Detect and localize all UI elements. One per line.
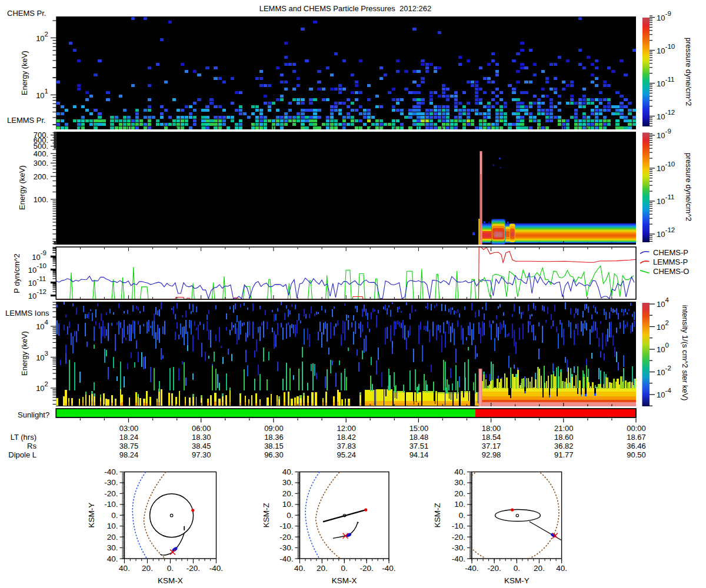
svg-text:-9: -9 [665,128,671,135]
svg-text:10: 10 [657,300,665,309]
svg-text:300.: 300. [34,159,48,168]
svg-text:-40.: -40. [104,467,118,476]
svg-text:20.: 20. [142,564,153,573]
svg-text:18.24: 18.24 [119,433,139,442]
svg-text:KSM-Y: KSM-Y [87,503,96,528]
svg-text:2: 2 [665,319,669,326]
svg-text:10: 10 [28,292,36,300]
svg-text:30.: 30. [107,543,118,552]
svg-text:Rs: Rs [27,442,36,450]
svg-text:21:00: 21:00 [554,424,574,433]
svg-text:10: 10 [36,91,44,100]
svg-text:0.: 0. [111,511,118,520]
svg-text:97.30: 97.30 [192,450,211,459]
svg-text:-40.: -40. [452,554,465,563]
svg-text:Energy (keV): Energy (keV) [20,51,29,95]
svg-text:-40.: -40. [209,564,223,573]
svg-text:10: 10 [657,79,665,88]
svg-text:LEMMS Ions: LEMMS Ions [5,309,49,318]
svg-text:4: 4 [665,296,670,303]
svg-text:LEMMS-P: LEMMS-P [653,258,688,266]
svg-text:10: 10 [32,253,40,262]
svg-text:40.: 40. [556,564,567,573]
svg-text:CHEMS-P: CHEMS-P [653,248,688,257]
svg-text:20.: 20. [454,489,465,498]
svg-text:10: 10 [28,279,36,288]
svg-text:40.: 40. [294,564,305,573]
svg-text:30.: 30. [282,478,294,487]
svg-text:20.: 20. [282,489,294,498]
svg-text:18:00: 18:00 [482,424,501,433]
svg-text:40.: 40. [107,554,118,563]
svg-text:KSM-X: KSM-X [158,576,183,585]
svg-text:03:00: 03:00 [119,424,139,433]
svg-text:1: 1 [45,88,48,95]
svg-text:10: 10 [28,266,36,275]
svg-text:-4: -4 [665,387,672,394]
svg-text:-11: -11 [665,76,675,83]
svg-text:pressure dyne/cm^2: pressure dyne/cm^2 [684,153,693,222]
svg-text:4: 4 [45,319,49,326]
svg-text:36.46: 36.46 [627,442,646,450]
svg-text:-20.: -20. [279,533,293,542]
svg-text:0.: 0. [514,564,520,573]
svg-text:-10.: -10. [104,500,118,509]
svg-text:-11: -11 [36,275,46,282]
svg-text:-9: -9 [41,249,46,256]
svg-text:18.48: 18.48 [409,433,429,442]
svg-text:0.: 0. [167,564,174,573]
svg-text:0.: 0. [287,511,293,520]
svg-text:10.: 10. [107,522,118,530]
svg-text:91.77: 91.77 [554,450,574,459]
svg-text:-20.: -20. [104,489,118,498]
svg-text:-20.: -20. [187,564,200,573]
svg-text:10.: 10. [454,500,465,509]
svg-text:18.30: 18.30 [192,433,211,442]
svg-text:pressure dyne/cm^2: pressure dyne/cm^2 [684,38,693,106]
svg-text:-30.: -30. [279,543,293,552]
svg-text:09:00: 09:00 [264,424,284,433]
svg-text:-40.: -40. [465,564,478,573]
svg-text:10.: 10. [282,500,294,509]
svg-text:-30.: -30. [452,543,465,552]
svg-text:96.30: 96.30 [264,450,284,459]
svg-text:10: 10 [657,390,665,399]
svg-text:40.: 40. [282,467,294,476]
svg-text:38.45: 38.45 [192,442,211,450]
svg-text:10: 10 [657,14,665,22]
svg-text:-40.: -40. [382,564,395,573]
svg-text:-12: -12 [36,288,46,295]
svg-text:40.: 40. [119,564,130,573]
svg-text:KSM-X: KSM-X [332,576,357,585]
svg-text:10: 10 [36,353,44,362]
svg-text:100.: 100. [34,195,48,204]
svg-text:-10: -10 [665,43,675,50]
svg-text:3: 3 [45,350,48,357]
svg-text:92.98: 92.98 [482,450,501,459]
svg-text:Energy (keV): Energy (keV) [20,331,29,376]
svg-text:18.54: 18.54 [482,433,501,442]
svg-text:95.24: 95.24 [337,450,356,459]
svg-text:-2: -2 [665,365,671,372]
svg-text:90.50: 90.50 [627,450,646,459]
svg-text:18.42: 18.42 [337,433,356,442]
svg-text:10: 10 [657,345,665,354]
svg-text:20.: 20. [317,564,328,573]
svg-text:18.67: 18.67 [627,433,646,442]
svg-text:-40.: -40. [279,554,293,563]
svg-text:-20.: -20. [487,564,501,573]
svg-text:2: 2 [45,31,48,38]
svg-text:15:00: 15:00 [409,424,429,433]
svg-text:Energy (keV): Energy (keV) [18,165,26,210]
svg-text:10: 10 [657,131,665,140]
svg-text:18.36: 18.36 [264,433,284,442]
svg-text:-20.: -20. [359,564,373,573]
svg-text:40.: 40. [454,467,465,476]
svg-text:LT (hrs): LT (hrs) [11,433,36,442]
svg-text:-10: -10 [36,262,46,269]
svg-text:LEMMS and CHEMS Particle Press: LEMMS and CHEMS Particle Pressures 2012:… [259,4,432,13]
svg-text:10: 10 [36,34,44,43]
svg-text:06:00: 06:00 [192,424,211,433]
svg-text:400.: 400. [34,149,48,158]
svg-text:00:00: 00:00 [627,424,646,433]
